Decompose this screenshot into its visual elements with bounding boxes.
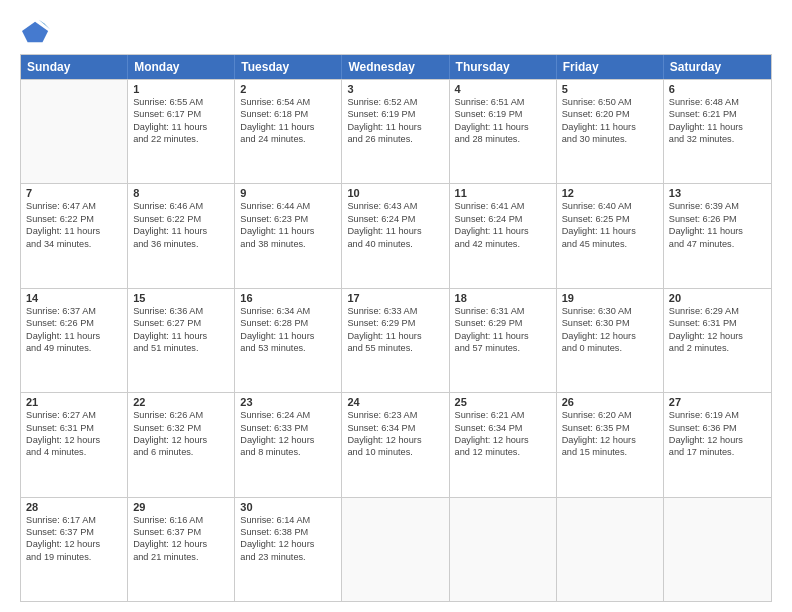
day-cell-empty	[342, 498, 449, 601]
cell-text: Sunrise: 6:50 AM	[562, 96, 658, 108]
cell-text: and 38 minutes.	[240, 238, 336, 250]
day-number: 7	[26, 187, 122, 199]
cell-text: and 55 minutes.	[347, 342, 443, 354]
day-number: 6	[669, 83, 766, 95]
cell-text: Sunrise: 6:26 AM	[133, 409, 229, 421]
day-number: 24	[347, 396, 443, 408]
cell-text: Daylight: 12 hours	[455, 434, 551, 446]
cell-text: Sunset: 6:22 PM	[26, 213, 122, 225]
cell-text: Sunset: 6:25 PM	[562, 213, 658, 225]
cell-text: Daylight: 11 hours	[133, 330, 229, 342]
day-number: 21	[26, 396, 122, 408]
cell-text: Sunrise: 6:29 AM	[669, 305, 766, 317]
day-number: 19	[562, 292, 658, 304]
cell-text: and 6 minutes.	[133, 446, 229, 458]
day-cell-empty	[21, 80, 128, 183]
cell-text: and 24 minutes.	[240, 133, 336, 145]
cell-text: Sunrise: 6:51 AM	[455, 96, 551, 108]
day-number: 20	[669, 292, 766, 304]
cell-text: Daylight: 12 hours	[562, 330, 658, 342]
day-cell-4: 4Sunrise: 6:51 AMSunset: 6:19 PMDaylight…	[450, 80, 557, 183]
cell-text: Sunrise: 6:30 AM	[562, 305, 658, 317]
calendar-row-3: 14Sunrise: 6:37 AMSunset: 6:26 PMDayligh…	[21, 288, 771, 392]
cell-text: Sunset: 6:37 PM	[133, 526, 229, 538]
day-number: 18	[455, 292, 551, 304]
day-cell-8: 8Sunrise: 6:46 AMSunset: 6:22 PMDaylight…	[128, 184, 235, 287]
cell-text: and 4 minutes.	[26, 446, 122, 458]
logo-icon	[22, 18, 50, 46]
cell-text: Daylight: 11 hours	[133, 225, 229, 237]
cell-text: Sunrise: 6:41 AM	[455, 200, 551, 212]
cell-text: Sunrise: 6:54 AM	[240, 96, 336, 108]
cell-text: Sunrise: 6:27 AM	[26, 409, 122, 421]
day-cell-5: 5Sunrise: 6:50 AMSunset: 6:20 PMDaylight…	[557, 80, 664, 183]
calendar-row-4: 21Sunrise: 6:27 AMSunset: 6:31 PMDayligh…	[21, 392, 771, 496]
cell-text: and 8 minutes.	[240, 446, 336, 458]
cell-text: Sunset: 6:37 PM	[26, 526, 122, 538]
cell-text: Sunset: 6:30 PM	[562, 317, 658, 329]
cell-text: Sunrise: 6:40 AM	[562, 200, 658, 212]
cell-text: Sunrise: 6:34 AM	[240, 305, 336, 317]
cell-text: Sunset: 6:24 PM	[347, 213, 443, 225]
cell-text: Sunrise: 6:21 AM	[455, 409, 551, 421]
day-number: 17	[347, 292, 443, 304]
cell-text: Sunrise: 6:39 AM	[669, 200, 766, 212]
day-cell-10: 10Sunrise: 6:43 AMSunset: 6:24 PMDayligh…	[342, 184, 449, 287]
cell-text: and 19 minutes.	[26, 551, 122, 563]
day-cell-1: 1Sunrise: 6:55 AMSunset: 6:17 PMDaylight…	[128, 80, 235, 183]
day-cell-18: 18Sunrise: 6:31 AMSunset: 6:29 PMDayligh…	[450, 289, 557, 392]
cell-text: Sunrise: 6:17 AM	[26, 514, 122, 526]
cell-text: Sunset: 6:24 PM	[455, 213, 551, 225]
day-number: 12	[562, 187, 658, 199]
day-number: 27	[669, 396, 766, 408]
cell-text: and 12 minutes.	[455, 446, 551, 458]
cell-text: Sunrise: 6:20 AM	[562, 409, 658, 421]
cell-text: Sunset: 6:28 PM	[240, 317, 336, 329]
cell-text: Sunset: 6:29 PM	[455, 317, 551, 329]
day-number: 14	[26, 292, 122, 304]
cell-text: Daylight: 12 hours	[669, 434, 766, 446]
cell-text: Sunrise: 6:47 AM	[26, 200, 122, 212]
cell-text: Sunrise: 6:33 AM	[347, 305, 443, 317]
day-cell-12: 12Sunrise: 6:40 AMSunset: 6:25 PMDayligh…	[557, 184, 664, 287]
day-cell-15: 15Sunrise: 6:36 AMSunset: 6:27 PMDayligh…	[128, 289, 235, 392]
cell-text: Sunrise: 6:24 AM	[240, 409, 336, 421]
day-number: 15	[133, 292, 229, 304]
day-number: 28	[26, 501, 122, 513]
day-cell-empty	[450, 498, 557, 601]
day-cell-9: 9Sunrise: 6:44 AMSunset: 6:23 PMDaylight…	[235, 184, 342, 287]
cell-text: Sunset: 6:20 PM	[562, 108, 658, 120]
cell-text: Sunset: 6:19 PM	[455, 108, 551, 120]
day-number: 1	[133, 83, 229, 95]
cell-text: and 36 minutes.	[133, 238, 229, 250]
day-number: 10	[347, 187, 443, 199]
day-cell-23: 23Sunrise: 6:24 AMSunset: 6:33 PMDayligh…	[235, 393, 342, 496]
cell-text: Sunset: 6:19 PM	[347, 108, 443, 120]
day-cell-13: 13Sunrise: 6:39 AMSunset: 6:26 PMDayligh…	[664, 184, 771, 287]
cell-text: and 10 minutes.	[347, 446, 443, 458]
day-cell-3: 3Sunrise: 6:52 AMSunset: 6:19 PMDaylight…	[342, 80, 449, 183]
svg-marker-0	[22, 22, 48, 43]
cell-text: Sunset: 6:26 PM	[669, 213, 766, 225]
cell-text: Daylight: 12 hours	[347, 434, 443, 446]
cell-text: and 45 minutes.	[562, 238, 658, 250]
cell-text: Daylight: 12 hours	[133, 538, 229, 550]
cell-text: Sunset: 6:31 PM	[26, 422, 122, 434]
cell-text: and 21 minutes.	[133, 551, 229, 563]
cell-text: Sunset: 6:34 PM	[455, 422, 551, 434]
cell-text: Sunset: 6:35 PM	[562, 422, 658, 434]
header-day-wednesday: Wednesday	[342, 55, 449, 79]
cell-text: and 17 minutes.	[669, 446, 766, 458]
cell-text: and 53 minutes.	[240, 342, 336, 354]
calendar: SundayMondayTuesdayWednesdayThursdayFrid…	[20, 54, 772, 602]
day-cell-29: 29Sunrise: 6:16 AMSunset: 6:37 PMDayligh…	[128, 498, 235, 601]
day-cell-28: 28Sunrise: 6:17 AMSunset: 6:37 PMDayligh…	[21, 498, 128, 601]
day-cell-24: 24Sunrise: 6:23 AMSunset: 6:34 PMDayligh…	[342, 393, 449, 496]
cell-text: and 42 minutes.	[455, 238, 551, 250]
cell-text: Sunset: 6:29 PM	[347, 317, 443, 329]
cell-text: and 49 minutes.	[26, 342, 122, 354]
day-cell-19: 19Sunrise: 6:30 AMSunset: 6:30 PMDayligh…	[557, 289, 664, 392]
logo	[20, 22, 50, 46]
calendar-row-5: 28Sunrise: 6:17 AMSunset: 6:37 PMDayligh…	[21, 497, 771, 601]
cell-text: Sunrise: 6:52 AM	[347, 96, 443, 108]
